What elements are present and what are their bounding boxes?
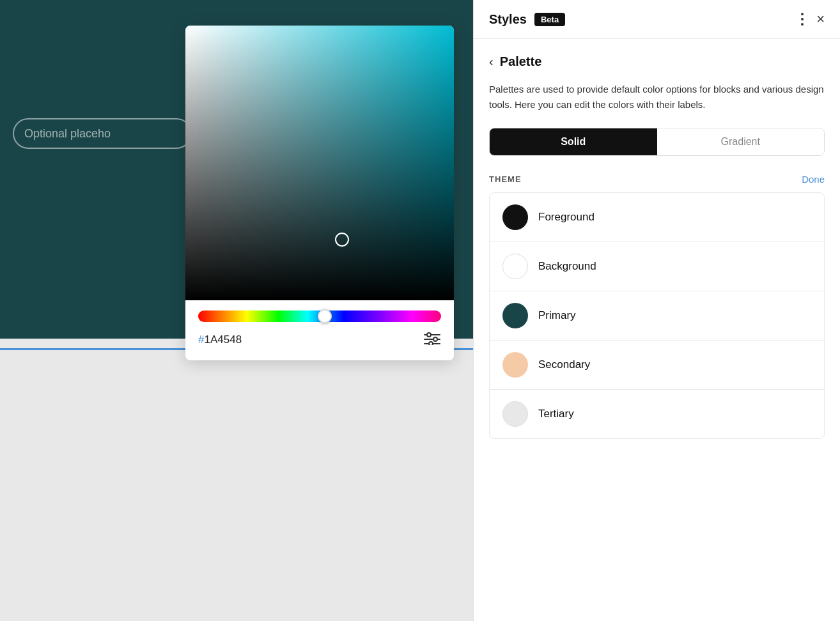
theme-label: THEME [489,174,522,184]
canvas-area: Optional placeho #1A4548 [0,0,473,621]
color-swatch-primary [502,303,528,328]
color-item-secondary[interactable]: Secondary [490,341,824,390]
color-name-secondary: Secondary [538,358,590,371]
svg-point-1 [427,333,431,337]
color-item-background[interactable]: Background [490,242,824,291]
svg-point-3 [433,337,437,341]
color-item-tertiary[interactable]: Tertiary [490,390,824,438]
right-panel: Styles Beta × ‹ Palette Palettes are use… [473,0,840,621]
hue-slider[interactable] [198,310,441,322]
hue-slider-container [198,310,441,322]
close-button[interactable]: × [816,12,825,26]
panel-content: ‹ Palette Palettes are used to provide d… [474,39,840,621]
color-picker-controls: #1A4548 [185,300,454,360]
back-row: ‹ Palette [489,54,825,69]
more-options-icon[interactable] [798,10,806,28]
panel-header-left: Styles Beta [489,12,565,27]
panel-title: Styles [489,12,527,27]
panel-header-right: × [798,10,825,28]
color-list: Foreground Background Primary Secondary [489,192,825,439]
beta-badge: Beta [534,13,565,26]
more-dot-3 [801,23,804,26]
hue-thumb[interactable] [318,309,332,323]
palette-title: Palette [500,54,542,69]
color-picker-cursor [335,233,349,247]
more-dot-2 [801,18,804,20]
color-swatch-background [502,254,528,279]
theme-header: THEME Done [489,174,825,185]
color-picker-popup: #1A4548 [185,26,454,360]
tab-switcher: Solid Gradient [489,128,825,156]
done-button[interactable]: Done [802,174,825,185]
svg-point-5 [429,342,433,345]
tab-solid[interactable]: Solid [490,128,657,155]
color-swatch-foreground [502,204,528,230]
color-hex-row: #1A4548 [198,332,441,348]
color-swatch-secondary [502,352,528,378]
color-sliders-icon[interactable] [423,332,441,348]
color-name-primary: Primary [538,309,576,322]
hex-digits: 1A4548 [204,334,242,346]
color-picker-gradient[interactable] [185,26,454,300]
canvas-placeholder-input[interactable]: Optional placeho [13,118,192,149]
color-name-tertiary: Tertiary [538,408,574,420]
color-swatch-tertiary [502,401,528,427]
color-hex-value[interactable]: #1A4548 [198,334,242,346]
palette-description: Palettes are used to provide default col… [489,82,825,112]
theme-section: THEME Done Foreground Background Primary [489,174,825,439]
more-dot-1 [801,13,804,15]
color-item-foreground[interactable]: Foreground [490,193,824,242]
back-arrow-icon[interactable]: ‹ [489,54,494,69]
canvas-placeholder-text: Optional placeho [24,127,111,141]
color-item-primary[interactable]: Primary [490,291,824,341]
tab-gradient[interactable]: Gradient [657,128,825,155]
color-name-background: Background [538,260,596,273]
panel-header: Styles Beta × [474,0,840,39]
color-name-foreground: Foreground [538,211,595,224]
